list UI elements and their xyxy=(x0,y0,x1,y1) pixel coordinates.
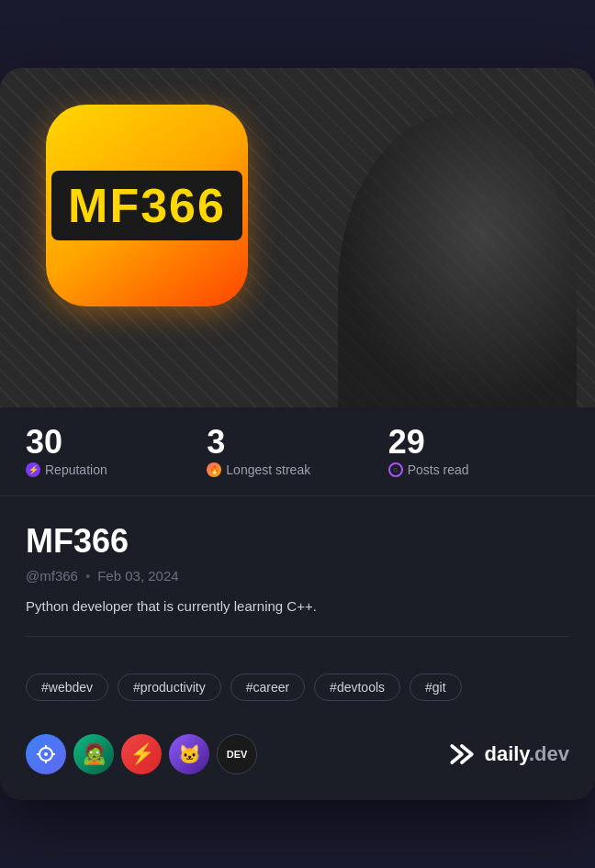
stat-reputation: 30 ⚡ Reputation xyxy=(26,426,207,477)
profile-card: MF366 30 ⚡ Reputation 3 🔥 Longest streak… xyxy=(0,68,595,800)
bottom-row: 🧟 ⚡ 🐱 DEV daily.dev xyxy=(0,719,595,800)
profile-meta: @mf366 • Feb 03, 2024 xyxy=(26,568,569,584)
divider xyxy=(26,636,569,637)
brand-icon xyxy=(445,741,478,767)
meta-dot: • xyxy=(85,568,90,584)
brand-name: daily xyxy=(484,742,529,765)
profile-name: MF366 xyxy=(26,522,569,561)
card-header: MF366 xyxy=(0,68,595,407)
badge-zombie: 🧟 xyxy=(73,734,114,774)
badge-cat: 🐱 xyxy=(169,734,209,774)
tag-webdev[interactable]: #webdev xyxy=(26,673,108,701)
streak-icon: 🔥 xyxy=(207,462,221,477)
badge-crosshair xyxy=(26,734,66,774)
streak-label-text: Longest streak xyxy=(226,462,310,477)
brand-suffix: .dev xyxy=(529,742,569,765)
tag-career[interactable]: #career xyxy=(230,673,305,701)
stat-posts: 29 ○ Posts read xyxy=(388,426,569,477)
tags-section: #webdev #productivity #career #devtools … xyxy=(0,673,595,719)
tag-productivity[interactable]: #productivity xyxy=(118,673,221,701)
profile-handle: @mf366 xyxy=(26,568,78,584)
brand-logo: daily.dev xyxy=(445,741,569,767)
reputation-label: ⚡ Reputation xyxy=(26,462,207,477)
tag-devtools[interactable]: #devtools xyxy=(314,673,400,701)
posts-label: ○ Posts read xyxy=(388,462,569,477)
profile-join-date: Feb 03, 2024 xyxy=(97,568,178,584)
badges-row: 🧟 ⚡ 🐱 DEV xyxy=(26,734,257,774)
avatar-container: MF366 xyxy=(46,105,248,306)
brand-text: daily.dev xyxy=(484,742,569,766)
streak-label: 🔥 Longest streak xyxy=(207,462,387,477)
posts-label-text: Posts read xyxy=(408,462,469,477)
avatar: MF366 xyxy=(46,105,248,306)
reputation-icon: ⚡ xyxy=(26,462,40,477)
posts-icon: ○ xyxy=(388,462,403,477)
stat-streak: 3 🔥 Longest streak xyxy=(207,426,387,477)
profile-bio: Python developer that is currently learn… xyxy=(26,596,569,618)
reputation-label-text: Reputation xyxy=(45,462,107,477)
tag-git[interactable]: #git xyxy=(410,673,462,701)
avatar-label: MF366 xyxy=(51,171,242,240)
badge-flash: ⚡ xyxy=(121,734,162,774)
posts-value: 29 xyxy=(388,426,569,459)
svg-point-5 xyxy=(44,752,48,756)
reputation-value: 30 xyxy=(26,426,207,459)
streak-value: 3 xyxy=(207,426,387,459)
badge-dev-label: DEV xyxy=(227,749,248,760)
stats-row: 30 ⚡ Reputation 3 🔥 Longest streak 29 ○ … xyxy=(0,407,595,496)
profile-section: MF366 @mf366 • Feb 03, 2024 Python devel… xyxy=(0,496,595,673)
badge-dev: DEV xyxy=(217,734,257,774)
